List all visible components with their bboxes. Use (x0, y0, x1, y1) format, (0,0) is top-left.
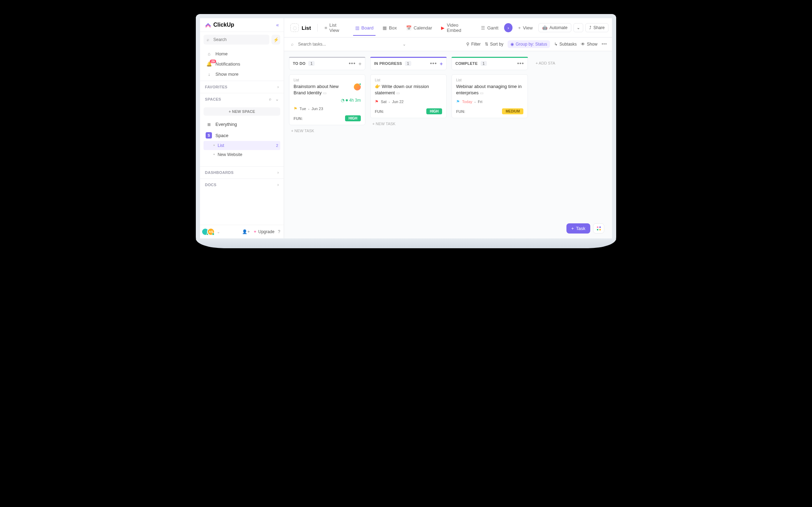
new-space-button[interactable]: + NEW SPACE (204, 107, 280, 116)
card-dates[interactable]: ⚑Sat-Jun 22 (375, 99, 442, 104)
list-count: 2 (276, 143, 278, 148)
help-button[interactable]: ? (278, 229, 280, 234)
plus-icon: + (518, 25, 521, 31)
quick-action-button[interactable]: ⚡ (271, 35, 280, 45)
board-icon: ▥ (355, 25, 359, 31)
chevron-down-icon[interactable]: ⌄ (275, 97, 279, 102)
filter-button[interactable]: ⚲Filter (466, 42, 481, 47)
search-icon: ⌕ (291, 42, 294, 47)
task-card[interactable]: List Brainstorm about New Brand Identity… (289, 74, 365, 125)
new-task-button[interactable]: + NEW TASK (289, 125, 365, 136)
grid-icon (597, 227, 601, 230)
task-search-input[interactable] (289, 40, 408, 49)
search-spaces-icon[interactable]: ⌕ (269, 97, 271, 102)
calendar-icon: 📅 (406, 25, 412, 31)
card-dates[interactable]: ⚑Tue-Jun 23 (294, 106, 361, 111)
list-item[interactable]: •New Website (204, 150, 280, 159)
subtasks-button[interactable]: ↳Subtasks (554, 42, 577, 47)
column-count: 1 (405, 61, 411, 66)
card-title: Webinar about managing time in enterpris… (456, 83, 523, 96)
share-icon: ⤴ (589, 25, 591, 30)
time-tracked[interactable]: ◔4h 3m (294, 98, 361, 103)
home-icon: ⌂ (206, 51, 212, 56)
column-add-button[interactable]: + (440, 61, 443, 67)
clickup-logo-icon (205, 22, 211, 28)
tab-video-embed[interactable]: ▶Video Embed (438, 20, 475, 35)
create-task-button[interactable]: +Task (566, 223, 590, 234)
toolbar-more-button[interactable]: ••• (601, 42, 607, 47)
show-button[interactable]: 👁Show (581, 42, 597, 47)
column-menu-button[interactable]: ••• (517, 60, 524, 67)
list-item-active[interactable]: •List2 (204, 141, 280, 150)
nav-notifications[interactable]: 🔔29Notifications (204, 59, 280, 69)
tab-box[interactable]: ▦Box (379, 23, 400, 33)
search-icon: ⌕ (207, 37, 209, 42)
custom-field-value[interactable]: HIGH (426, 108, 442, 114)
task-card[interactable]: List Webinar about managing time in ente… (452, 74, 528, 118)
custom-field-value[interactable]: MEDIUM (502, 108, 523, 114)
custom-field-label: FUN: (375, 109, 384, 114)
space-everything[interactable]: ▦Everything (204, 119, 280, 130)
tab-gantt[interactable]: ☰Gantt (477, 23, 502, 33)
column-count: 1 (308, 61, 315, 66)
sparkle-icon: ✦ (253, 229, 257, 234)
section-docs[interactable]: DOCS› (200, 178, 284, 191)
youtube-icon: ▶ (441, 25, 445, 31)
column-complete: COMPLETE 1 ••• List Webinar about managi… (452, 57, 528, 118)
chevron-right-icon: › (277, 84, 279, 89)
column-header[interactable]: COMPLETE 1 ••• (452, 57, 528, 70)
column-add-button[interactable]: + (358, 61, 362, 67)
nav-home[interactable]: ⌂Home (204, 49, 280, 59)
plus-icon: + (571, 226, 574, 231)
section-spaces[interactable]: SPACES⌕⌄ (200, 93, 284, 105)
board-toolbar: ⌕ ⌄ ⚲Filter ⇅Sort by ◉Group by: Status ↳… (284, 38, 612, 51)
column-header[interactable]: IN PROGRESS 1 ••• + (370, 57, 447, 70)
card-dates[interactable]: ⚑Today-Fri (456, 99, 523, 104)
gantt-icon: ☰ (481, 25, 485, 31)
card-breadcrumb: List (456, 78, 523, 82)
new-task-button[interactable]: + NEW TASK (370, 118, 447, 129)
space-item[interactable]: SSpace (204, 130, 280, 141)
search-dropdown[interactable]: ⌄ (402, 42, 406, 47)
box-icon: ▦ (383, 25, 387, 31)
section-dashboards[interactable]: DASHBOARDS› (200, 166, 284, 178)
brand-logo[interactable]: ClickUp (205, 22, 234, 28)
tab-list-view[interactable]: ≡List View (321, 20, 350, 35)
share-button[interactable]: ⤴Share (585, 23, 608, 32)
column-menu-button[interactable]: ••• (430, 60, 437, 67)
tab-board[interactable]: ▥Board (352, 23, 377, 33)
add-view-button[interactable]: +View (515, 23, 536, 33)
chevron-down-icon: ↓ (206, 72, 212, 77)
sort-icon: ⇅ (485, 42, 488, 47)
list-settings-icon[interactable]: ◌ (290, 23, 299, 32)
group-by-button[interactable]: ◉Group by: Status (508, 40, 550, 48)
space-avatar-icon: S (206, 132, 212, 138)
assignee-avatar[interactable] (354, 83, 361, 90)
apps-button[interactable] (593, 223, 604, 234)
more-views-button[interactable]: › (504, 23, 512, 32)
automate-dropdown[interactable]: ⌄ (573, 23, 583, 32)
sort-button[interactable]: ⇅Sort by (485, 42, 503, 47)
custom-field-value[interactable]: HIGH (345, 115, 361, 121)
column-menu-button[interactable]: ••• (349, 60, 356, 67)
eye-icon: 👁 (581, 42, 585, 47)
automate-button[interactable]: 🤖Automate (538, 23, 571, 32)
chevron-down-icon[interactable]: ⌄ (217, 230, 220, 234)
workspace-avatars[interactable]: AS ⌄ (204, 228, 220, 236)
filter-icon: ⚲ (466, 42, 469, 47)
sidebar-search-input[interactable] (204, 35, 269, 45)
nav-show-more[interactable]: ↓Show more (204, 69, 280, 79)
main-content: ◌ List ≡List View ▥Board ▦Box 📅Calendar … (284, 18, 612, 238)
add-status-column[interactable]: + ADD STA (533, 57, 575, 69)
view-tabs-bar: ◌ List ≡List View ▥Board ▦Box 📅Calendar … (284, 18, 612, 38)
column-count: 1 (481, 61, 487, 66)
upgrade-button[interactable]: ✦Upgrade (253, 229, 274, 234)
column-header[interactable]: TO DO 1 ••• + (289, 57, 365, 70)
collapse-sidebar-button[interactable]: « (276, 22, 279, 28)
emoji-icon: 👉 (375, 84, 380, 89)
tab-calendar[interactable]: 📅Calendar (402, 23, 436, 33)
task-card[interactable]: List 👉 Write down our mission statement … (370, 74, 447, 118)
section-favorites[interactable]: FAVORITES› (200, 81, 284, 93)
list-icon: ≡ (325, 25, 328, 31)
invite-button[interactable]: 👤+ (242, 229, 250, 234)
